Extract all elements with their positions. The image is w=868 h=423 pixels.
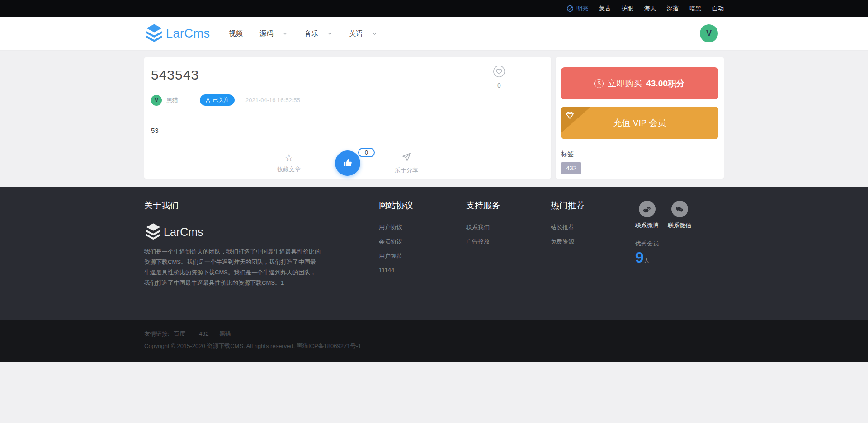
footer-about-text: 我们是一个牛逼到炸天的团队，我们打造了中国最牛逼最具性价比的资源下载CMS。我们… [144,246,321,288]
friend-link-432[interactable]: 432 [199,330,209,337]
brand-name: LarCms [166,27,210,41]
main-content: 543543 0 V 黑猫 [0,50,868,187]
footer-about-title: 关于我们 [144,200,321,212]
follow-button-label: 已关注 [213,96,229,104]
author-name[interactable]: 黑猫 [166,96,178,104]
footer-link-11144[interactable]: 11144 [379,267,413,273]
friend-link-baidu[interactable]: 百度 [174,330,185,337]
share-label: 乐于分享 [388,166,425,174]
favorite-button[interactable]: ☆ 收藏文章 [271,153,307,174]
wechat-label: 联系微信 [668,221,691,230]
gem-icon [565,110,575,122]
person-icon [205,98,211,103]
footer-brand[interactable]: LarCms [144,222,321,241]
check-circle-icon [566,5,574,12]
footer-social-section: 联系微博 联系微信 优秀 [635,201,691,266]
favorite-label: 收藏文章 [271,165,307,174]
wechat-contact[interactable]: 联系微信 [668,201,691,230]
article-like-count: 0 [492,82,506,89]
chevron-down-icon [327,31,332,36]
footer-support-section: 支持服务 联系我们 广告投放 [466,200,500,252]
article-like-widget[interactable]: 0 [492,65,506,89]
theme-option-dark[interactable]: 暗黑 [689,5,701,13]
theme-option-eyecare[interactable]: 护眼 [622,5,633,13]
buy-label: 立即购买 [608,78,642,89]
footer-link-user-rules[interactable]: 用户规范 [379,252,413,260]
buy-now-button[interactable]: 立即购买 43.00积分 [561,67,718,99]
paper-plane-icon [401,152,412,162]
weibo-label: 联系微博 [635,221,659,230]
page-background-spacer [0,362,868,423]
author-row: V 黑猫 已关注 2021-04-16 16:52:55 [151,94,544,106]
footer-link-webmaster-picks[interactable]: 站长推荐 [551,223,585,231]
site-header: LarCms 视频 源码 音乐 英语 V [0,17,868,50]
tag-badge[interactable]: 432 [561,162,581,174]
footer-link-user-agreement[interactable]: 用户协议 [379,223,413,231]
footer-support-title: 支持服务 [466,200,500,212]
theme-option-label: 明亮 [576,5,588,13]
purchase-sidebar: 立即购买 43.00积分 充值 VIP 会员 标签 432 [556,57,724,179]
theme-bar: 明亮 复古 护眼 海天 深邃 暗黑 自动 [0,0,868,17]
user-avatar[interactable]: V [700,24,718,42]
member-count-row: 9人 [635,249,691,266]
layers-logo-icon [144,23,164,44]
footer-link-contact-us[interactable]: 联系我们 [466,223,500,231]
author-avatar[interactable]: V [151,95,162,106]
article-title: 543543 [151,66,544,85]
member-unit: 人 [644,257,650,264]
footer-about-section: 关于我们 LarCms 我们是一个牛逼到炸天的团队，我们打造了中国最牛逼最具性价… [144,200,321,288]
weibo-icon [639,201,656,217]
theme-option-sea[interactable]: 海天 [644,5,656,13]
like-count-badge: 0 [358,148,375,157]
nav-item-video[interactable]: 视频 [229,29,243,38]
theme-option-auto[interactable]: 自动 [712,5,724,13]
bottom-bar: 友情链接: 百度 432 黑猫 Copyright © 2015-2020 资源… [0,320,868,362]
chevron-down-icon [283,31,288,36]
member-title: 优秀会员 [635,240,691,248]
weibo-contact[interactable]: 联系微博 [635,201,659,230]
like-button[interactable] [335,150,360,176]
buy-points: 43.00积分 [646,78,685,89]
site-footer: 关于我们 LarCms 我们是一个牛逼到炸天的团队，我们打造了中国最牛逼最具性价… [0,187,868,320]
wechat-icon [671,201,688,217]
vip-button-label: 充值 VIP 会员 [613,117,666,129]
vip-recharge-button[interactable]: 充值 VIP 会员 [561,107,718,139]
thumb-up-icon [342,157,354,169]
main-nav: 视频 源码 音乐 英语 [229,29,377,38]
footer-agreement-section: 网站协议 用户协议 会员协议 用户规范 11144 [379,200,413,280]
dollar-circle-icon [594,79,604,88]
nav-item-source[interactable]: 源码 [260,29,288,38]
article-card: 543543 0 V 黑猫 [144,57,551,179]
tags-title: 标签 [561,150,718,158]
article-body: 53 [151,127,544,134]
footer-link-advertising[interactable]: 广告投放 [466,238,500,246]
footer-hot-section: 热门推荐 站长推荐 免费资源 [551,200,585,252]
theme-option-bright[interactable]: 明亮 [566,5,588,13]
brand-logo[interactable]: LarCms [144,23,210,44]
layers-logo-icon [144,222,162,241]
follow-button[interactable]: 已关注 [200,94,235,106]
star-icon: ☆ [271,153,307,163]
heart-circle-icon [492,65,506,78]
footer-agreement-title: 网站协议 [379,200,413,212]
theme-option-retro[interactable]: 复古 [599,5,611,13]
chevron-down-icon [372,31,377,36]
footer-hot-title: 热门推荐 [551,200,585,212]
publish-date: 2021-04-16 16:52:55 [245,97,300,103]
friend-links-row: 友情链接: 百度 432 黑猫 [144,330,724,338]
nav-item-english[interactable]: 英语 [349,29,377,38]
article-actions: ☆ 收藏文章 0 [151,150,544,176]
copyright-text: Copyright © 2015-2020 资源下载CMS. All right… [144,342,724,350]
friend-links-label: 友情链接: [144,330,170,337]
theme-option-deep[interactable]: 深邃 [667,5,679,13]
footer-link-member-agreement[interactable]: 会员协议 [379,238,413,246]
like-button-wrap: 0 [335,150,360,176]
member-count: 9 [635,249,644,266]
share-button[interactable]: 乐于分享 [388,152,425,174]
footer-link-free-resources[interactable]: 免费资源 [551,238,585,246]
footer-brand-name: LarCms [164,226,203,239]
nav-item-music[interactable]: 音乐 [305,29,332,38]
friend-link-heimao[interactable]: 黑猫 [219,330,231,337]
